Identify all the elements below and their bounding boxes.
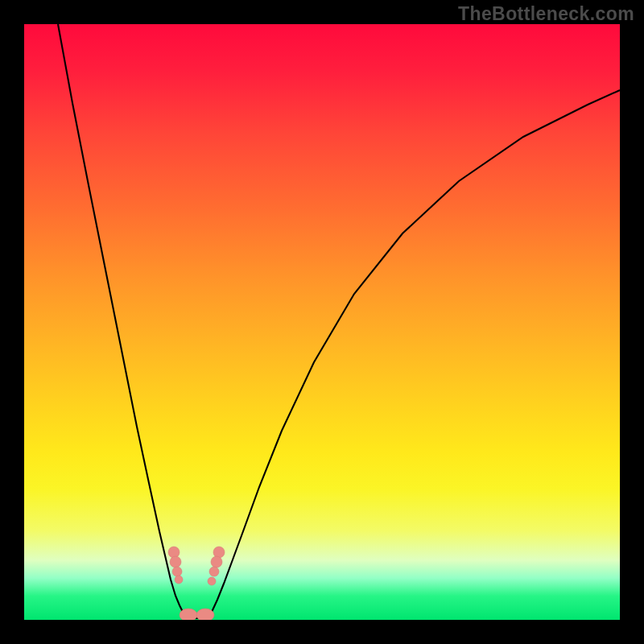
marker-lobe [180, 609, 197, 620]
attribution-text: TheBottleneck.com [458, 3, 634, 25]
marker-point [211, 556, 222, 568]
marker-point [175, 576, 183, 584]
marker-group [168, 547, 225, 620]
marker-point [168, 547, 180, 558]
curve-left-branch [58, 24, 185, 616]
curve-right-branch [209, 90, 620, 616]
marker-point [172, 567, 182, 576]
marker-point [209, 567, 219, 576]
marker-point [208, 577, 216, 585]
marker-point [213, 547, 225, 558]
marker-point [170, 556, 181, 568]
marker-lobe [196, 609, 214, 620]
curve-layer [24, 24, 620, 620]
plot-area [24, 24, 620, 620]
chart-frame: TheBottleneck.com [0, 0, 644, 644]
